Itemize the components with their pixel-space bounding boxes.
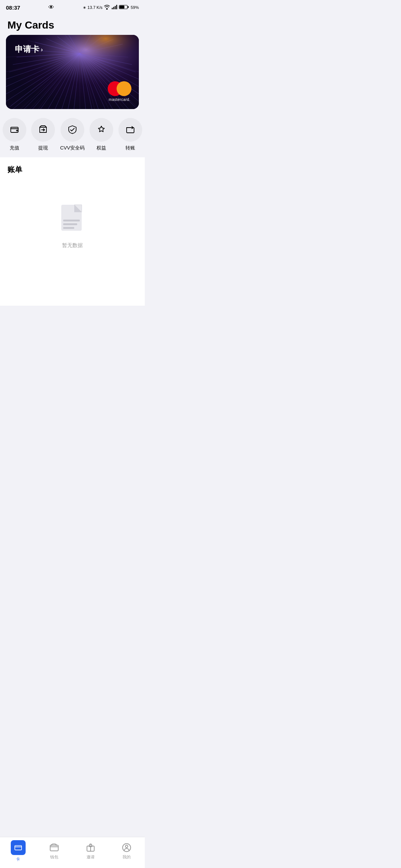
withdraw-label: 提现: [38, 145, 48, 151]
benefits-label: 权益: [97, 145, 106, 151]
svg-rect-71: [127, 128, 134, 133]
network-speed: 13.7 K/s: [88, 5, 102, 10]
bill-section: 账单 暂无数据: [0, 157, 145, 306]
bluetooth-icon: ∗: [83, 5, 86, 10]
svg-rect-0: [112, 8, 113, 9]
credit-card[interactable]: 申请卡 › mastercard.: [6, 35, 139, 109]
svg-rect-5: [120, 6, 124, 9]
action-recharge[interactable]: 充值: [3, 118, 26, 151]
withdraw-icon-circle: [31, 118, 55, 142]
recharge-icon-circle: [3, 118, 26, 142]
svg-rect-74: [63, 220, 80, 221]
card-apply-label: 申请卡: [15, 44, 39, 55]
cvv-label: CVV安全码: [60, 145, 85, 151]
card-apply-arrow: ›: [41, 46, 43, 53]
withdraw-icon: [38, 125, 48, 135]
mastercard-label: mastercard.: [109, 98, 130, 102]
status-bar: 08:37 👁 ∗ 13.7 K/s 59%: [0, 0, 145, 13]
status-icons: ∗ 13.7 K/s 59%: [83, 4, 139, 10]
benefits-icon: [96, 125, 107, 135]
action-benefits[interactable]: 权益: [89, 118, 113, 151]
card-section: 申请卡 › mastercard.: [0, 35, 145, 115]
card-apply-button[interactable]: 申请卡 ›: [15, 44, 43, 55]
svg-rect-6: [128, 6, 129, 8]
action-cvv[interactable]: CVV安全码: [60, 118, 85, 151]
cvv-icon-circle: [61, 118, 84, 142]
benefits-icon-circle: [89, 118, 113, 142]
page-title: My Cards: [7, 19, 137, 31]
signal-icon: [111, 4, 117, 10]
cvv-icon: [67, 125, 78, 135]
mc-orange-circle: [117, 81, 131, 96]
wifi-icon: [104, 4, 110, 10]
action-withdraw[interactable]: 提现: [31, 118, 55, 151]
mastercard-circles: [108, 81, 131, 96]
transfer-label: 转账: [125, 145, 135, 151]
status-time: 08:37: [6, 4, 20, 11]
bill-title: 账单: [7, 165, 137, 175]
recharge-icon: [9, 125, 20, 135]
transfer-icon-circle: [118, 118, 142, 142]
svg-rect-75: [63, 223, 77, 225]
transfer-icon: [125, 125, 136, 135]
svg-rect-76: [63, 227, 74, 229]
svg-rect-2: [115, 6, 116, 9]
svg-rect-3: [116, 5, 117, 9]
eye-icon: 👁: [48, 4, 54, 11]
recharge-label: 充值: [10, 145, 19, 151]
svg-rect-1: [113, 7, 114, 10]
empty-text: 暂无数据: [62, 242, 83, 249]
battery-icon: [119, 4, 129, 10]
battery-percent: 59%: [131, 5, 139, 10]
empty-state: 暂无数据: [7, 181, 137, 264]
quick-actions: 充值 提现 CVV安全码 权益: [0, 115, 145, 157]
action-transfer[interactable]: 转账: [118, 118, 142, 151]
page-title-section: My Cards: [0, 13, 145, 35]
mastercard-logo: mastercard.: [108, 81, 131, 102]
empty-document-icon: [58, 203, 87, 236]
